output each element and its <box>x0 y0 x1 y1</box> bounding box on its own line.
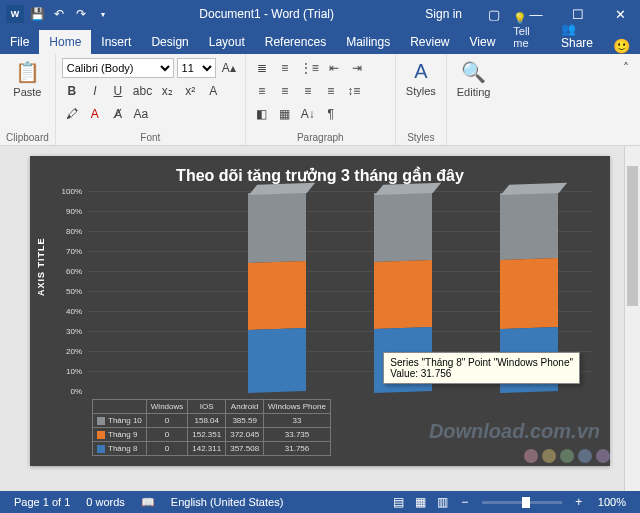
sort-icon[interactable]: A↓ <box>298 104 318 124</box>
status-language[interactable]: English (United States) <box>163 496 292 508</box>
align-center-icon[interactable]: ≡ <box>275 81 295 101</box>
undo-icon[interactable]: ↶ <box>50 5 68 23</box>
group-label: Clipboard <box>6 130 49 143</box>
clear-format-icon[interactable]: A̸ <box>108 104 128 124</box>
bar-windows <box>88 192 214 392</box>
line-spacing-icon[interactable]: ↕≡ <box>344 81 364 101</box>
tab-insert[interactable]: Insert <box>91 30 141 54</box>
status-proofing-icon[interactable]: 📖 <box>133 496 163 509</box>
ribbon: 📋 Paste Clipboard Calibri (Body) 11 A▴ B… <box>0 54 640 146</box>
tab-references[interactable]: References <box>255 30 336 54</box>
find-icon: 🔍 <box>461 60 486 84</box>
font-color-icon[interactable]: A <box>85 104 105 124</box>
font-family-combo[interactable]: Calibri (Body) <box>62 58 174 78</box>
bullets-icon[interactable]: ≣ <box>252 58 272 78</box>
group-clipboard: 📋 Paste Clipboard <box>0 54 56 145</box>
statusbar: Page 1 of 1 0 words 📖 English (United St… <box>0 491 640 513</box>
font-size-combo[interactable]: 11 <box>177 58 216 78</box>
highlight-icon[interactable]: 🖍 <box>62 104 82 124</box>
view-read-icon[interactable]: ▤ <box>388 495 410 509</box>
tab-home[interactable]: Home <box>39 30 91 54</box>
tab-design[interactable]: Design <box>141 30 198 54</box>
paste-button[interactable]: 📋 Paste <box>6 58 49 100</box>
decrease-indent-icon[interactable]: ⇤ <box>324 58 344 78</box>
share-button[interactable]: 👥 Share <box>551 18 603 54</box>
group-label: Paragraph <box>252 130 389 143</box>
underline-button[interactable]: U <box>108 81 128 101</box>
document-area: Theo dõi tăng trưởng 3 tháng gần đây AXI… <box>0 146 640 491</box>
group-paragraph: ≣ ≡ ⋮≡ ⇤ ⇥ ≡ ≡ ≡ ≡ ↕≡ ◧ ▦ A↓ ¶ Paragraph <box>246 54 396 145</box>
qat-dropdown-icon[interactable]: ▾ <box>94 5 112 23</box>
vertical-scrollbar[interactable] <box>624 146 640 491</box>
align-right-icon[interactable]: ≡ <box>298 81 318 101</box>
justify-icon[interactable]: ≡ <box>321 81 341 101</box>
align-left-icon[interactable]: ≡ <box>252 81 272 101</box>
tab-layout[interactable]: Layout <box>199 30 255 54</box>
tab-file[interactable]: File <box>0 30 39 54</box>
italic-button[interactable]: I <box>85 81 105 101</box>
increase-indent-icon[interactable]: ⇥ <box>347 58 367 78</box>
redo-icon[interactable]: ↷ <box>72 5 90 23</box>
collapse-ribbon-icon[interactable]: ˄ <box>616 58 636 78</box>
grow-font-icon[interactable]: A▴ <box>219 58 239 78</box>
chart-axis-title: AXIS TITLE <box>36 237 46 296</box>
borders-icon[interactable]: ▦ <box>275 104 295 124</box>
table-row: Tháng 9 0 152.351 372.045 33.735 <box>93 428 331 442</box>
close-button[interactable]: ✕ <box>600 0 640 28</box>
view-web-icon[interactable]: ▥ <box>432 495 454 509</box>
table-row: Tháng 8 0 142.311 357.508 31.756 <box>93 442 331 456</box>
superscript-button[interactable]: x² <box>180 81 200 101</box>
subscript-button[interactable]: x₂ <box>157 81 177 101</box>
view-print-icon[interactable]: ▦ <box>410 495 432 509</box>
tab-mailings[interactable]: Mailings <box>336 30 400 54</box>
save-icon[interactable]: 💾 <box>28 5 46 23</box>
shading-icon[interactable]: ◧ <box>252 104 272 124</box>
tellme-field[interactable]: 💡 Tell me <box>505 7 551 54</box>
group-font: Calibri (Body) 11 A▴ B I U abc x₂ x² A 🖍… <box>56 54 246 145</box>
zoom-level[interactable]: 100% <box>590 496 634 508</box>
status-page[interactable]: Page 1 of 1 <box>6 496 78 508</box>
bar-ios[interactable] <box>214 192 340 392</box>
table-row: Windows IOS Android Windows Phone <box>93 400 331 414</box>
show-marks-icon[interactable]: ¶ <box>321 104 341 124</box>
tab-review[interactable]: Review <box>400 30 459 54</box>
paste-icon: 📋 <box>15 60 40 84</box>
zoom-slider[interactable] <box>482 501 562 504</box>
tab-view[interactable]: View <box>460 30 506 54</box>
status-words[interactable]: 0 words <box>78 496 133 508</box>
group-label: Font <box>62 130 239 143</box>
styles-button[interactable]: A Styles <box>402 58 440 99</box>
styles-icon: A <box>414 60 427 83</box>
scrollbar-thumb[interactable] <box>627 166 638 306</box>
numbering-icon[interactable]: ≡ <box>275 58 295 78</box>
chart-object[interactable]: Theo dõi tăng trưởng 3 tháng gần đây AXI… <box>30 156 610 466</box>
strike-button[interactable]: abc <box>131 81 154 101</box>
window-title: Document1 - Word (Trial) <box>118 7 415 21</box>
group-styles: A Styles Styles <box>396 54 447 145</box>
group-label: Styles <box>402 130 440 143</box>
signin-link[interactable]: Sign in <box>415 7 472 21</box>
word-icon: W <box>6 5 24 23</box>
pager-dots <box>524 449 610 463</box>
chart-data-table: Windows IOS Android Windows Phone Tháng … <box>92 399 331 456</box>
change-case-icon[interactable]: Aa <box>131 104 151 124</box>
zoom-in-button[interactable]: + <box>568 495 590 509</box>
zoom-out-button[interactable]: − <box>454 495 476 509</box>
feedback-icon[interactable]: 🙂 <box>603 38 640 54</box>
editing-button[interactable]: 🔍 Editing <box>453 58 495 100</box>
bold-button[interactable]: B <box>62 81 82 101</box>
chart-tooltip: Series "Tháng 8" Point "Windows Phone" V… <box>383 352 580 384</box>
table-row: Tháng 10 0 158.04 385.59 33 <box>93 414 331 428</box>
group-editing: 🔍 Editing <box>447 54 501 145</box>
text-effects-icon[interactable]: A <box>203 81 223 101</box>
multilevel-icon[interactable]: ⋮≡ <box>298 58 321 78</box>
ribbon-tabs: File Home Insert Design Layout Reference… <box>0 28 640 54</box>
